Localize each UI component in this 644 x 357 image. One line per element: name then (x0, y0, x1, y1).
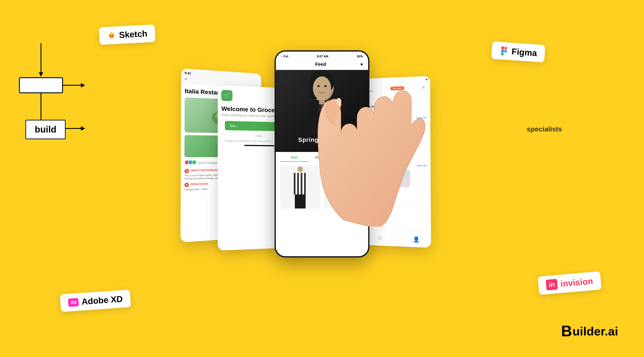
tab-new[interactable]: NEW (280, 154, 308, 162)
figma-label: Figma (511, 47, 538, 58)
invision-label: invision (560, 276, 593, 289)
services-view-all[interactable]: View all » (416, 164, 428, 167)
service-label-2: Emerg... (372, 188, 391, 190)
health-battery: ■ (426, 78, 428, 81)
expert-card-2: Dhrishti Ra ... (372, 123, 391, 145)
tab-trending[interactable]: TRENDING (336, 154, 364, 162)
expert-img-2 (372, 123, 389, 140)
status-battery: 93% (357, 55, 363, 58)
expert-name-3: Dhrishti Ra (393, 140, 412, 143)
svg-rect-19 (501, 52, 504, 56)
grocery-bottom-bar (244, 145, 274, 146)
svg-point-20 (504, 50, 507, 53)
svg-rect-16 (501, 46, 504, 50)
fashion-products (276, 162, 368, 212)
svg-marker-8 (81, 126, 85, 131)
nav-person-icon[interactable]: 👤 (413, 236, 420, 243)
adobexd-label: Adobe XD (81, 294, 123, 306)
flow-box: build (26, 120, 66, 139)
nav-home-icon[interactable]: ⊞ (378, 235, 382, 241)
invision-icon: in (546, 279, 558, 290)
restaurant-time: 9:41 (184, 71, 191, 75)
top-rated-pill: Top rated (390, 86, 404, 90)
fashion-tabs: NEW POPULAR TRENDING (276, 154, 368, 162)
fashion-heart-icon[interactable]: ♥ (360, 62, 363, 67)
service-card-3: we are... (393, 170, 412, 191)
sketch-icon (107, 31, 116, 40)
fashion-hero-text: Spring/Summer (298, 136, 346, 152)
service-card-2: Emerg... (372, 170, 391, 190)
people-icons (184, 160, 196, 165)
xd-icon: Xd (68, 298, 79, 307)
service-img-2 (372, 170, 389, 187)
sketch-label: Sketch (119, 29, 148, 40)
expert-role-2: ... (372, 143, 391, 145)
screens-container: 9:41 < Italia Restaurant (171, 44, 473, 324)
builderai-logo: Builder.ai (561, 322, 618, 340)
specialists-text: specialists (527, 125, 562, 133)
svg-point-36 (313, 76, 331, 100)
fashion-statusbar: ○ Fol 9:07 AM 93% (276, 52, 368, 60)
svg-marker-4 (81, 83, 85, 87)
product-dark (324, 165, 364, 208)
svg-rect-18 (501, 49, 504, 53)
tab-popular[interactable]: POPULAR (308, 154, 336, 162)
svg-rect-17 (504, 46, 508, 50)
grocery-icon: 🛒 (221, 90, 232, 101)
svg-marker-1 (39, 72, 43, 77)
product-striped (280, 165, 320, 208)
figma-icon (499, 46, 509, 56)
hours-icon: R (184, 183, 189, 187)
nav-heart-icon[interactable]: ♡ (395, 235, 400, 242)
svg-point-37 (317, 85, 320, 87)
product-1-image (280, 165, 320, 208)
status-time: 9:07 AM (317, 55, 328, 58)
fashion-topbar: Feed ♥ (276, 60, 368, 70)
expert-img-3 (393, 122, 410, 140)
builderai-rest: uilder.ai (572, 324, 618, 338)
builderai-b: B (561, 322, 572, 340)
screen-fashion-main: ○ Fol 9:07 AM 93% Feed ♥ (274, 50, 370, 257)
svg-point-38 (324, 85, 327, 87)
service-label-3: we are... (393, 188, 412, 191)
service-img-3 (393, 170, 410, 188)
experts-view-all[interactable]: View all » (416, 116, 428, 119)
sketch-tool-badge: Sketch (99, 24, 156, 45)
about-title: ABOUT RESTAURANT (190, 169, 218, 172)
fashion-feed-title: Feed (315, 62, 326, 67)
flow-diagram (13, 39, 88, 190)
expert-name-2: Dhrishti Ra (372, 141, 391, 143)
fashion-hero: Spring/Summer (276, 70, 368, 152)
about-icon: R (184, 169, 189, 173)
expert-card-3: Dhrishti Ra ... (393, 122, 412, 145)
filter-icon[interactable]: ⊞ (422, 86, 425, 89)
svg-rect-2 (20, 78, 62, 93)
status-left: ○ Fol (281, 55, 288, 58)
expert-role-3: ... (393, 143, 412, 145)
hours-title: OPEN HOURS (190, 182, 208, 186)
figma-tool-badge: Figma (491, 42, 546, 63)
product-2-image (324, 165, 364, 208)
